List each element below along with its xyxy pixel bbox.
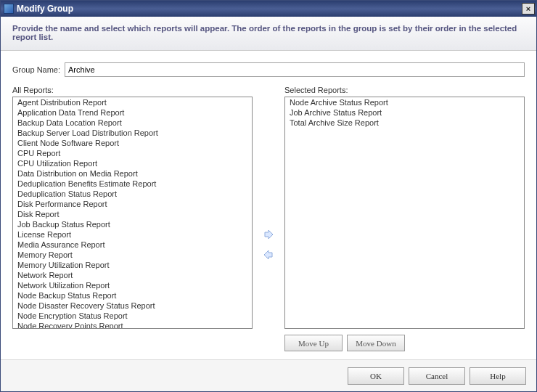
move-up-button[interactable]: Move Up bbox=[284, 335, 343, 351]
list-item[interactable]: Node Disaster Recovery Status Report bbox=[13, 301, 252, 311]
dialog-window: Modify Group × Provide the name and sele… bbox=[0, 0, 537, 392]
list-item[interactable]: Network Utilization Report bbox=[13, 280, 252, 290]
list-item[interactable]: License Report bbox=[13, 229, 252, 240]
list-item[interactable]: Backup Server Load Distribution Report bbox=[13, 128, 252, 138]
all-reports-label: All Reports: bbox=[12, 86, 253, 94]
list-item[interactable]: Memory Report bbox=[13, 250, 252, 260]
list-item[interactable]: Agent Distribution Report bbox=[13, 97, 252, 107]
titlebar-left: Modify Group bbox=[4, 4, 73, 14]
all-reports-column: All Reports: Agent Distribution ReportAp… bbox=[12, 86, 253, 359]
arrow-left-icon bbox=[263, 249, 274, 261]
list-item[interactable]: Memory Utilization Report bbox=[13, 260, 252, 270]
selected-reports-label: Selected Reports: bbox=[284, 86, 525, 94]
titlebar: Modify Group × bbox=[1, 1, 536, 17]
close-button[interactable]: × bbox=[522, 3, 535, 15]
list-item[interactable]: Total Archive Size Report bbox=[285, 118, 524, 128]
group-name-input[interactable] bbox=[65, 62, 525, 77]
ok-button[interactable]: OK bbox=[348, 367, 404, 385]
move-down-button[interactable]: Move Down bbox=[347, 335, 405, 351]
group-name-row: Group Name: bbox=[12, 62, 525, 77]
reorder-buttons: Move Up Move Down bbox=[284, 335, 525, 359]
list-item[interactable]: Node Backup Status Report bbox=[13, 290, 252, 301]
content-area: Group Name: All Reports: Agent Distribut… bbox=[1, 51, 536, 359]
list-item[interactable]: Node Archive Status Report bbox=[285, 97, 524, 107]
remove-button[interactable] bbox=[261, 248, 276, 262]
list-item[interactable]: Job Backup Status Report bbox=[13, 219, 252, 229]
selected-reports-column: Selected Reports: Node Archive Status Re… bbox=[284, 86, 525, 359]
list-item[interactable]: Node Recovery Points Report bbox=[13, 321, 252, 329]
help-button[interactable]: Help bbox=[470, 367, 526, 385]
footer: OK Cancel Help bbox=[1, 359, 536, 391]
list-item[interactable]: CPU Utilization Report bbox=[13, 158, 252, 168]
list-item[interactable]: Media Assurance Report bbox=[13, 240, 252, 250]
list-item[interactable]: Job Archive Status Report bbox=[285, 107, 524, 118]
add-button[interactable] bbox=[261, 227, 276, 242]
list-item[interactable]: CPU Report bbox=[13, 148, 252, 158]
cancel-button[interactable]: Cancel bbox=[409, 367, 465, 385]
arrow-right-icon bbox=[263, 229, 274, 240]
list-item[interactable]: Disk Report bbox=[13, 209, 252, 219]
list-item[interactable]: Backup Data Location Report bbox=[13, 118, 252, 128]
list-item[interactable]: Deduplication Status Report bbox=[13, 189, 252, 199]
all-reports-spacer bbox=[12, 335, 253, 359]
all-reports-listbox[interactable]: Agent Distribution ReportApplication Dat… bbox=[12, 97, 253, 329]
transfer-arrows bbox=[258, 86, 279, 359]
list-item[interactable]: Data Distribution on Media Report bbox=[13, 168, 252, 179]
list-item[interactable]: Deduplication Benefits Estimate Report bbox=[13, 179, 252, 189]
instruction-text: Provide the name and select which report… bbox=[1, 17, 536, 51]
lists-row: All Reports: Agent Distribution ReportAp… bbox=[12, 86, 525, 359]
app-icon bbox=[4, 4, 14, 14]
list-item[interactable]: Network Report bbox=[13, 270, 252, 280]
selected-reports-listbox[interactable]: Node Archive Status ReportJob Archive St… bbox=[284, 97, 525, 329]
close-icon: × bbox=[526, 4, 530, 13]
list-item[interactable]: Node Encryption Status Report bbox=[13, 311, 252, 321]
list-item[interactable]: Application Data Trend Report bbox=[13, 107, 252, 118]
list-item[interactable]: Client Node Software Report bbox=[13, 138, 252, 148]
list-item[interactable]: Disk Performance Report bbox=[13, 199, 252, 209]
group-name-label: Group Name: bbox=[12, 65, 60, 74]
window-title: Modify Group bbox=[17, 4, 73, 14]
